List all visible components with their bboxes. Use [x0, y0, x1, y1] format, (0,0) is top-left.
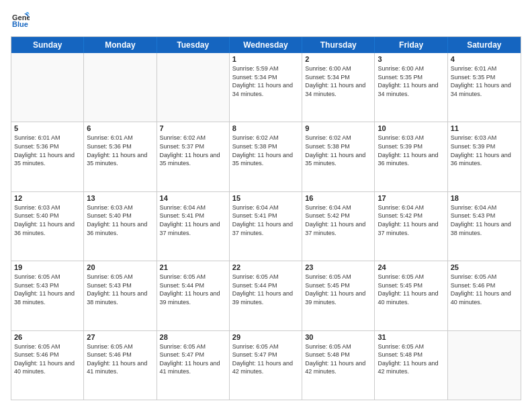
day-number: 2: [305, 55, 371, 63]
day-info: Sunrise: 6:05 AM Sunset: 5:46 PM Dayligh…: [451, 273, 518, 306]
calendar-body: 1Sunrise: 5:59 AM Sunset: 5:34 PM Daylig…: [11, 53, 521, 400]
calendar-empty-cell: [448, 331, 521, 400]
calendar-day-22: 22Sunrise: 6:05 AM Sunset: 5:44 PM Dayli…: [230, 261, 302, 330]
header-day-saturday: Saturday: [448, 37, 521, 53]
calendar-week-5: 26Sunrise: 6:05 AM Sunset: 5:46 PM Dayli…: [11, 330, 521, 400]
day-info: Sunrise: 6:05 AM Sunset: 5:43 PM Dayligh…: [87, 273, 153, 306]
calendar-day-21: 21Sunrise: 6:05 AM Sunset: 5:44 PM Dayli…: [157, 261, 230, 330]
calendar-day-28: 28Sunrise: 6:05 AM Sunset: 5:47 PM Dayli…: [157, 331, 230, 400]
day-number: 23: [305, 263, 371, 271]
day-number: 20: [87, 263, 153, 271]
day-info: Sunrise: 6:05 AM Sunset: 5:47 PM Dayligh…: [232, 342, 299, 376]
calendar-day-27: 27Sunrise: 6:05 AM Sunset: 5:46 PM Dayli…: [84, 331, 157, 400]
calendar-day-19: 19Sunrise: 6:05 AM Sunset: 5:43 PM Dayli…: [11, 261, 84, 330]
svg-text:Blue: Blue: [12, 20, 28, 28]
day-info: Sunrise: 6:05 AM Sunset: 5:46 PM Dayligh…: [87, 342, 153, 376]
calendar-day-13: 13Sunrise: 6:03 AM Sunset: 5:40 PM Dayli…: [84, 192, 157, 261]
day-number: 24: [378, 263, 444, 271]
day-number: 4: [451, 55, 518, 63]
calendar-day-29: 29Sunrise: 6:05 AM Sunset: 5:47 PM Dayli…: [230, 331, 302, 400]
calendar-day-10: 10Sunrise: 6:03 AM Sunset: 5:39 PM Dayli…: [375, 122, 447, 191]
calendar-week-3: 12Sunrise: 6:03 AM Sunset: 5:40 PM Dayli…: [11, 191, 521, 261]
day-number: 11: [451, 124, 518, 132]
day-info: Sunrise: 6:04 AM Sunset: 5:41 PM Dayligh…: [232, 203, 299, 237]
day-info: Sunrise: 6:05 AM Sunset: 5:46 PM Dayligh…: [14, 342, 81, 376]
day-number: 25: [451, 263, 518, 271]
calendar-day-14: 14Sunrise: 6:04 AM Sunset: 5:41 PM Dayli…: [157, 192, 230, 261]
day-number: 12: [14, 194, 81, 202]
day-info: Sunrise: 6:05 AM Sunset: 5:48 PM Dayligh…: [305, 342, 371, 376]
calendar: SundayMondayTuesdayWednesdayThursdayFrid…: [11, 36, 521, 400]
calendar-week-2: 5Sunrise: 6:01 AM Sunset: 5:36 PM Daylig…: [11, 122, 521, 191]
day-info: Sunrise: 5:59 AM Sunset: 5:34 PM Dayligh…: [232, 64, 299, 98]
calendar-day-24: 24Sunrise: 6:05 AM Sunset: 5:45 PM Dayli…: [375, 261, 447, 330]
calendar-day-3: 3Sunrise: 6:00 AM Sunset: 5:35 PM Daylig…: [375, 53, 447, 122]
day-info: Sunrise: 6:05 AM Sunset: 5:43 PM Dayligh…: [14, 273, 81, 306]
day-info: Sunrise: 6:00 AM Sunset: 5:34 PM Dayligh…: [305, 64, 371, 98]
calendar-day-31: 31Sunrise: 6:05 AM Sunset: 5:48 PM Dayli…: [375, 331, 447, 400]
day-number: 17: [378, 194, 444, 202]
day-number: 6: [87, 124, 153, 132]
day-info: Sunrise: 6:01 AM Sunset: 5:35 PM Dayligh…: [451, 64, 518, 98]
day-info: Sunrise: 6:04 AM Sunset: 5:42 PM Dayligh…: [378, 203, 444, 237]
day-number: 10: [378, 124, 444, 132]
day-number: 27: [87, 333, 153, 341]
header-day-monday: Monday: [84, 37, 157, 53]
day-info: Sunrise: 6:02 AM Sunset: 5:38 PM Dayligh…: [305, 134, 371, 167]
day-number: 14: [160, 194, 226, 202]
day-info: Sunrise: 6:04 AM Sunset: 5:43 PM Dayligh…: [451, 203, 518, 237]
calendar-day-20: 20Sunrise: 6:05 AM Sunset: 5:43 PM Dayli…: [84, 261, 157, 330]
header-day-thursday: Thursday: [302, 37, 375, 53]
calendar-empty-cell: [157, 53, 230, 122]
calendar-day-2: 2Sunrise: 6:00 AM Sunset: 5:34 PM Daylig…: [302, 53, 375, 122]
day-number: 31: [378, 333, 444, 341]
calendar-empty-cell: [84, 53, 157, 122]
day-number: 7: [160, 124, 226, 132]
day-info: Sunrise: 6:00 AM Sunset: 5:35 PM Dayligh…: [378, 64, 444, 98]
day-info: Sunrise: 6:04 AM Sunset: 5:42 PM Dayligh…: [305, 203, 371, 237]
day-info: Sunrise: 6:01 AM Sunset: 5:36 PM Dayligh…: [87, 134, 153, 167]
calendar-day-26: 26Sunrise: 6:05 AM Sunset: 5:46 PM Dayli…: [11, 331, 84, 400]
day-number: 5: [14, 124, 81, 132]
calendar-day-16: 16Sunrise: 6:04 AM Sunset: 5:42 PM Dayli…: [302, 192, 375, 261]
day-number: 16: [305, 194, 371, 202]
calendar-day-6: 6Sunrise: 6:01 AM Sunset: 5:36 PM Daylig…: [84, 122, 157, 191]
day-number: 13: [87, 194, 153, 202]
calendar-empty-cell: [11, 53, 84, 122]
day-info: Sunrise: 6:03 AM Sunset: 5:39 PM Dayligh…: [451, 134, 518, 167]
logo: General Blue: [11, 11, 32, 30]
calendar-day-12: 12Sunrise: 6:03 AM Sunset: 5:40 PM Dayli…: [11, 192, 84, 261]
day-number: 18: [451, 194, 518, 202]
calendar-day-17: 17Sunrise: 6:04 AM Sunset: 5:42 PM Dayli…: [375, 192, 447, 261]
day-info: Sunrise: 6:05 AM Sunset: 5:48 PM Dayligh…: [378, 342, 444, 376]
day-number: 30: [305, 333, 371, 341]
day-number: 29: [232, 333, 299, 341]
day-number: 26: [14, 333, 81, 341]
day-number: 1: [232, 55, 299, 63]
day-info: Sunrise: 6:03 AM Sunset: 5:40 PM Dayligh…: [87, 203, 153, 237]
day-info: Sunrise: 6:02 AM Sunset: 5:38 PM Dayligh…: [232, 134, 299, 167]
day-info: Sunrise: 6:03 AM Sunset: 5:39 PM Dayligh…: [378, 134, 444, 167]
calendar-day-11: 11Sunrise: 6:03 AM Sunset: 5:39 PM Dayli…: [448, 122, 521, 191]
page-header: General Blue: [11, 11, 521, 30]
calendar-day-1: 1Sunrise: 5:59 AM Sunset: 5:34 PM Daylig…: [230, 53, 302, 122]
logo-icon: General Blue: [11, 11, 30, 30]
day-number: 15: [232, 194, 299, 202]
calendar-day-4: 4Sunrise: 6:01 AM Sunset: 5:35 PM Daylig…: [448, 53, 521, 122]
header-day-friday: Friday: [375, 37, 447, 53]
day-info: Sunrise: 6:01 AM Sunset: 5:36 PM Dayligh…: [14, 134, 81, 167]
day-number: 21: [160, 263, 226, 271]
day-number: 22: [232, 263, 299, 271]
day-info: Sunrise: 6:05 AM Sunset: 5:47 PM Dayligh…: [160, 342, 226, 376]
calendar-week-1: 1Sunrise: 5:59 AM Sunset: 5:34 PM Daylig…: [11, 53, 521, 122]
day-info: Sunrise: 6:02 AM Sunset: 5:37 PM Dayligh…: [160, 134, 226, 167]
calendar-day-5: 5Sunrise: 6:01 AM Sunset: 5:36 PM Daylig…: [11, 122, 84, 191]
day-number: 8: [232, 124, 299, 132]
day-info: Sunrise: 6:05 AM Sunset: 5:44 PM Dayligh…: [232, 273, 299, 306]
calendar-day-15: 15Sunrise: 6:04 AM Sunset: 5:41 PM Dayli…: [230, 192, 302, 261]
calendar-header: SundayMondayTuesdayWednesdayThursdayFrid…: [11, 37, 521, 53]
day-info: Sunrise: 6:04 AM Sunset: 5:41 PM Dayligh…: [160, 203, 226, 237]
calendar-day-18: 18Sunrise: 6:04 AM Sunset: 5:43 PM Dayli…: [448, 192, 521, 261]
day-info: Sunrise: 6:05 AM Sunset: 5:44 PM Dayligh…: [160, 273, 226, 306]
calendar-day-25: 25Sunrise: 6:05 AM Sunset: 5:46 PM Dayli…: [448, 261, 521, 330]
